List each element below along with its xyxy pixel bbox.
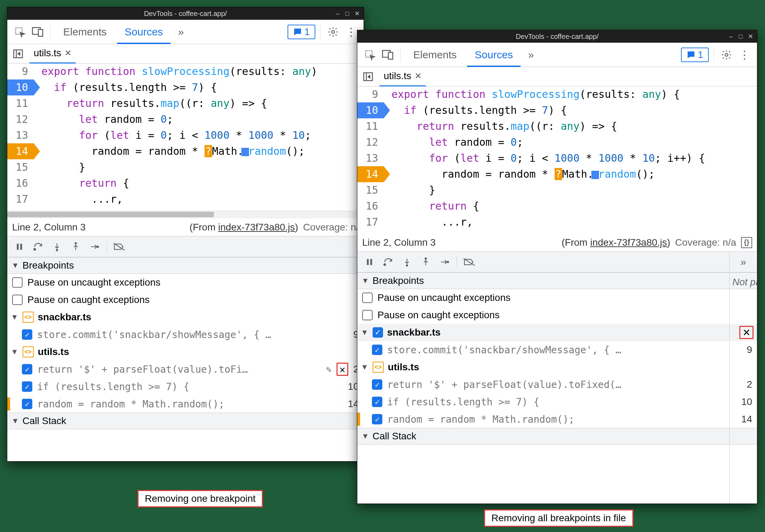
line-number[interactable]: 9	[357, 86, 384, 102]
bp-file-group[interactable]: ▼ <> utils.ts	[357, 358, 757, 376]
checkbox-checked[interactable]: ✓	[22, 364, 32, 374]
file-tab-utils[interactable]: utils.ts ✕	[380, 67, 426, 86]
navigator-toggle-icon[interactable]	[361, 70, 375, 83]
breakpoint-item-conditional[interactable]: ✓ random = random * Math.random(); 14	[7, 395, 364, 413]
pause-uncaught-row[interactable]: Pause on uncaught exceptions	[357, 289, 757, 306]
step-icon[interactable]	[86, 239, 102, 255]
pretty-print-icon[interactable]: {}	[741, 237, 752, 248]
edit-breakpoint-icon[interactable]: ✎	[326, 364, 332, 374]
pause-caught-row[interactable]: Pause on caught exceptions	[7, 291, 364, 309]
device-toolbar-icon[interactable]	[380, 47, 396, 62]
line-number[interactable]: 12	[7, 111, 34, 127]
line-number-breakpoint[interactable]: 10	[357, 102, 384, 118]
settings-icon[interactable]	[719, 47, 734, 62]
code-body[interactable]: export function slowProcessing(results: …	[384, 86, 705, 234]
line-number-conditional-bp[interactable]: 14	[357, 166, 384, 182]
breakpoint-item[interactable]: ✓ store.commit('snackbar/showMessage', {…	[357, 341, 757, 358]
more-tabs-icon[interactable]: »	[523, 47, 539, 62]
line-number[interactable]: 16	[357, 198, 384, 214]
pause-caught-row[interactable]: Pause on caught exceptions	[357, 306, 757, 324]
line-number[interactable]: 15	[7, 159, 34, 175]
kebab-menu-icon[interactable]: ⋮	[343, 24, 359, 40]
line-gutter[interactable]: 9 10 11 12 13 14 15 16 17	[7, 64, 34, 211]
minimize-icon[interactable]: –	[334, 10, 341, 17]
line-number[interactable]: 17	[7, 191, 34, 207]
section-callstack[interactable]: ▼ Call Stack	[357, 428, 757, 445]
step-over-icon[interactable]	[30, 239, 46, 255]
close-icon[interactable]: ✕	[747, 33, 754, 40]
line-number[interactable]: 11	[7, 95, 34, 111]
source-map-info[interactable]: (From index-73f73a80.js)	[190, 222, 298, 233]
line-number[interactable]: 11	[357, 118, 384, 134]
settings-icon[interactable]	[325, 24, 341, 40]
breakpoint-item[interactable]: ✓ if (results.length >= 7) { 10	[357, 393, 757, 411]
line-number[interactable]: 9	[7, 64, 34, 79]
bp-file-group[interactable]: ▼ <> utils.ts	[7, 343, 364, 361]
checkbox[interactable]	[362, 293, 373, 303]
deactivate-breakpoints-icon[interactable]	[461, 254, 477, 270]
more-panels-icon[interactable]: »	[730, 252, 757, 272]
device-toolbar-icon[interactable]	[30, 24, 45, 40]
titlebar[interactable]: DevTools - coffee-cart.app/ – □ ✕	[357, 30, 757, 43]
checkbox-checked[interactable]: ✓	[22, 381, 32, 392]
console-messages-button[interactable]: 1	[288, 25, 315, 39]
section-callstack[interactable]: ▼ Call Stack	[7, 413, 364, 429]
checkbox-checked[interactable]: ✓	[372, 345, 382, 355]
console-messages-button[interactable]: 1	[681, 48, 709, 62]
code-editor[interactable]: 9 10 11 12 13 14 15 16 17 export functio…	[7, 64, 364, 211]
step-out-icon[interactable]	[418, 254, 434, 270]
tab-sources[interactable]: Sources	[117, 20, 171, 44]
checkbox-checked[interactable]: ✓	[22, 329, 32, 340]
section-breakpoints[interactable]: ▼ Breakpoints	[7, 257, 364, 274]
breakpoint-item[interactable]: ✓ store.commit('snackbar/showMessage', {…	[7, 326, 364, 343]
horizontal-scrollbar[interactable]	[7, 211, 364, 218]
maximize-icon[interactable]: □	[737, 33, 745, 40]
maximize-icon[interactable]: □	[343, 10, 351, 17]
inspect-element-icon[interactable]	[362, 47, 377, 62]
checkbox[interactable]	[362, 310, 373, 320]
checkbox-checked[interactable]: ✓	[372, 379, 382, 390]
tab-elements[interactable]: Elements	[56, 20, 114, 44]
deactivate-breakpoints-icon[interactable]	[111, 239, 127, 255]
step-icon[interactable]	[436, 254, 452, 270]
line-number[interactable]: 17	[357, 214, 384, 230]
breakpoint-item[interactable]: ✓ return '$' + parseFloat(value).toFixed…	[357, 376, 757, 393]
code-editor[interactable]: 9 10 11 12 13 14 15 16 17 export functio…	[357, 86, 757, 234]
checkbox-checked[interactable]: ✓	[22, 399, 32, 409]
minimize-icon[interactable]: –	[727, 33, 735, 40]
line-number[interactable]: 15	[357, 182, 384, 198]
breakpoint-item-hover[interactable]: ✓ return '$' + parseFloat(value).toFi… ✎…	[7, 361, 364, 378]
close-icon[interactable]: ✕	[353, 10, 361, 17]
file-tab-utils[interactable]: utils.ts ✕	[30, 44, 76, 64]
bp-file-group-hover[interactable]: ▼ ✓ snackbar.ts ✕	[357, 324, 757, 341]
checkbox-checked[interactable]: ✓	[373, 327, 383, 338]
line-number[interactable]: 13	[357, 150, 384, 166]
titlebar[interactable]: DevTools - coffee-cart.app/ – □ ✕	[7, 7, 364, 20]
line-number[interactable]: 13	[7, 127, 34, 143]
source-map-info[interactable]: (From index-73f73a80.js)	[562, 237, 670, 248]
remove-breakpoint-icon[interactable]: ✕	[340, 364, 346, 375]
section-breakpoints[interactable]: ▼ Breakpoints	[357, 272, 757, 289]
pause-icon[interactable]	[11, 239, 27, 255]
bp-file-group[interactable]: ▼ <> snackbar.ts	[7, 309, 364, 326]
code-body[interactable]: export function slowProcessing(results: …	[34, 64, 317, 211]
line-number[interactable]: 16	[7, 175, 34, 191]
step-over-icon[interactable]	[380, 254, 396, 270]
line-number-conditional-bp[interactable]: 14	[7, 143, 34, 159]
checkbox[interactable]	[12, 295, 23, 305]
pause-icon[interactable]	[361, 254, 377, 270]
pause-uncaught-row[interactable]: Pause on uncaught exceptions	[7, 274, 364, 291]
step-out-icon[interactable]	[68, 239, 84, 255]
checkbox-checked[interactable]: ✓	[372, 397, 382, 407]
inspect-element-icon[interactable]	[12, 24, 27, 40]
breakpoint-item[interactable]: ✓ if (results.length >= 7) { 10	[7, 378, 364, 395]
checkbox[interactable]	[12, 277, 23, 288]
line-number-breakpoint[interactable]: 10	[7, 79, 34, 95]
step-into-icon[interactable]	[49, 239, 65, 255]
close-tab-icon[interactable]: ✕	[415, 71, 422, 81]
navigator-toggle-icon[interactable]	[11, 47, 25, 60]
line-number[interactable]: 12	[357, 134, 384, 150]
line-gutter[interactable]: 9 10 11 12 13 14 15 16 17	[357, 86, 384, 234]
kebab-menu-icon[interactable]: ⋮	[737, 47, 752, 62]
tab-elements[interactable]: Elements	[406, 43, 464, 67]
